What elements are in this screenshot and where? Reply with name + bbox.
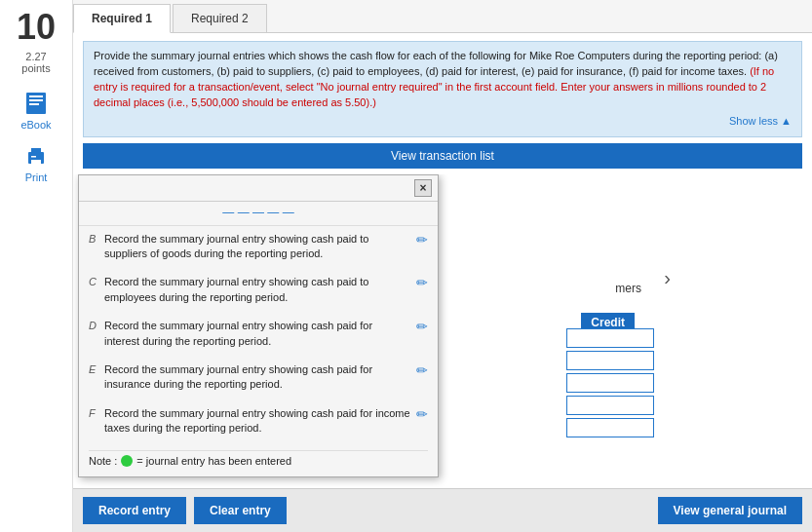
- clear-entry-button[interactable]: Clear entry: [194, 497, 287, 524]
- edit-icon-c[interactable]: ✏: [416, 275, 428, 290]
- credit-input-group: [566, 328, 654, 437]
- svg-rect-1: [29, 95, 43, 97]
- tab-required-2[interactable]: Required 2: [173, 4, 267, 32]
- popup-body: B Record the summary journal entry showi…: [79, 226, 438, 476]
- item-text-e: Record the summary journal entry showing…: [104, 362, 410, 393]
- points-sub: points: [21, 62, 50, 74]
- item-text-b: Record the summary journal entry showing…: [104, 232, 410, 262]
- record-entry-button[interactable]: Record entry: [83, 497, 186, 524]
- print-button[interactable]: Print: [22, 142, 50, 183]
- popup-header: ×: [79, 175, 438, 202]
- content-area: › mers Credit × — — — — —: [73, 174, 812, 488]
- ebook-icon: [22, 90, 50, 117]
- show-less-link[interactable]: Show less ▲: [94, 114, 792, 130]
- ebook-label: eBook: [20, 119, 51, 131]
- green-dot-icon: [121, 455, 133, 467]
- list-item: B Record the summary journal entry showi…: [89, 232, 428, 266]
- item-letter-b: B: [89, 233, 104, 245]
- print-label: Print: [25, 171, 48, 183]
- item-letter-f: F: [89, 407, 104, 419]
- tab-required-1[interactable]: Required 1: [73, 4, 171, 33]
- credit-input-4[interactable]: [566, 396, 654, 415]
- problem-number: 10: [17, 10, 56, 45]
- item-text-d: Record the summary journal entry showing…: [104, 319, 410, 349]
- list-item: C Record the summary journal entry showi…: [89, 275, 428, 309]
- svg-rect-3: [29, 103, 39, 105]
- popup-close-button[interactable]: ×: [414, 179, 432, 197]
- instructions-box: Provide the summary journal entries whic…: [83, 41, 802, 137]
- edit-icon-d[interactable]: ✏: [416, 319, 428, 334]
- item-letter-d: D: [89, 320, 104, 331]
- item-text-c: Record the summary journal entry showing…: [104, 275, 410, 305]
- svg-rect-5: [31, 148, 41, 153]
- tabs-bar: Required 1 Required 2: [73, 0, 812, 33]
- credit-input-3[interactable]: [566, 373, 654, 393]
- note-suffix: = journal entry has been entered: [136, 455, 291, 467]
- journal-entries-popup: × — — — — — B Record the summary journal…: [78, 174, 439, 477]
- main-content: Required 1 Required 2 Provide the summar…: [73, 0, 812, 532]
- item-text-f: Record the summary journal entry showing…: [104, 406, 410, 437]
- svg-rect-7: [31, 156, 36, 158]
- print-icon: [22, 142, 50, 170]
- right-arrow-button[interactable]: ›: [664, 267, 671, 289]
- svg-rect-2: [29, 99, 43, 101]
- view-general-journal-button[interactable]: View general journal: [658, 497, 802, 524]
- item-letter-e: E: [89, 363, 104, 375]
- edit-icon-f[interactable]: ✏: [416, 406, 428, 422]
- edit-icon-b[interactable]: ✏: [416, 232, 428, 247]
- iners-label: mers: [615, 282, 641, 295]
- item-letter-c: C: [89, 276, 104, 287]
- note-prefix: Note :: [89, 455, 117, 467]
- points-value: 2.27: [25, 51, 46, 62]
- edit-icon-e[interactable]: ✏: [416, 362, 428, 378]
- popup-title: — — — — —: [79, 202, 438, 226]
- action-bar: Record entry Clear entry View general jo…: [73, 488, 812, 532]
- popup-note: Note : = journal entry has been entered: [89, 450, 428, 471]
- list-item: D Record the summary journal entry showi…: [89, 319, 428, 353]
- svg-rect-6: [31, 160, 41, 166]
- sidebar: 10 2.27 points eBook: [0, 0, 73, 532]
- list-item: F Record the summary journal entry showi…: [89, 406, 428, 440]
- instructions-main-text: Provide the summary journal entries whic…: [94, 50, 778, 77]
- ebook-button[interactable]: eBook: [20, 90, 51, 131]
- credit-input-5[interactable]: [566, 418, 654, 437]
- credit-input-2[interactable]: [566, 351, 654, 370]
- list-item: E Record the summary journal entry showi…: [89, 362, 428, 397]
- credit-input-1[interactable]: [566, 328, 654, 348]
- view-transaction-button[interactable]: View transaction list: [83, 143, 802, 169]
